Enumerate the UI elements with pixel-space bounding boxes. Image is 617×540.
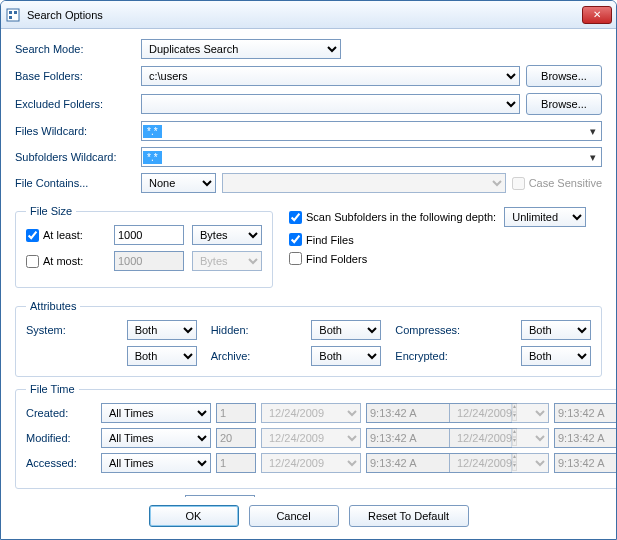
find-folders-wrap: Find Folders: [289, 252, 367, 265]
dialog-content: Search Mode: Duplicates Search Base Fold…: [1, 29, 616, 497]
titlebar-text: Search Options: [27, 9, 582, 21]
modified-mode-select[interactable]: All Times: [101, 428, 211, 448]
file-contains-mode-select[interactable]: None: [141, 173, 216, 193]
at-most-unit-select[interactable]: Bytes: [192, 251, 262, 271]
svg-rect-0: [7, 9, 19, 21]
dialog-footer: OK Cancel Reset To Default: [1, 497, 616, 539]
subfolders-wildcard-label: Subfolders Wildcard:: [15, 151, 135, 163]
attributes-legend: Attributes: [26, 300, 80, 312]
search-mode-select[interactable]: Duplicates Search: [141, 39, 341, 59]
find-files-wrap: Find Files: [289, 233, 354, 246]
compresses-select[interactable]: Both: [521, 320, 591, 340]
accessed-date1-select[interactable]: 12/24/2009: [261, 453, 361, 473]
files-wildcard-label: Files Wildcard:: [15, 125, 135, 137]
close-button[interactable]: ✕: [582, 6, 612, 24]
base-folders-select[interactable]: c:\users: [141, 66, 520, 86]
encrypted-label: Encrypted:: [395, 350, 507, 362]
at-least-label: At least:: [43, 229, 83, 241]
created-date2-select[interactable]: 12/24/2009: [449, 403, 549, 423]
case-sensitive-text: Case Sensitive: [529, 177, 602, 189]
app-icon: [5, 7, 21, 23]
search-mode-label: Search Mode:: [15, 43, 135, 55]
modified-label: Modified:: [26, 432, 96, 444]
ok-button[interactable]: OK: [149, 505, 239, 527]
wildcard-tag: *.*: [143, 151, 162, 164]
find-folders-label: Find Folders: [306, 253, 367, 265]
created-label: Created:: [26, 407, 96, 419]
search-options-dialog: Search Options ✕ Search Mode: Duplicates…: [0, 0, 617, 540]
subfolders-wildcard-input[interactable]: *.* ▾: [141, 147, 602, 167]
created-n-input[interactable]: [216, 403, 256, 423]
system-select[interactable]: Both: [127, 320, 197, 340]
file-size-legend: File Size: [26, 205, 76, 217]
modified-time2-input[interactable]: [554, 428, 616, 448]
scan-subfolders-wrap: Scan Subfolders in the following depth:: [289, 211, 496, 224]
at-least-wrap: At least:: [26, 229, 106, 242]
compresses-label: Compresses:: [395, 324, 507, 336]
at-most-label: At most:: [43, 255, 83, 267]
file-contains-label: File Contains...: [15, 177, 135, 189]
modified-date2-select[interactable]: 12/24/2009: [449, 428, 549, 448]
created-mode-select[interactable]: All Times: [101, 403, 211, 423]
at-least-input[interactable]: [114, 225, 184, 245]
case-sensitive-wrap: Case Sensitive: [512, 177, 602, 190]
find-folders-checkbox[interactable]: [289, 252, 302, 265]
find-files-checkbox[interactable]: [289, 233, 302, 246]
encrypted-select[interactable]: Both: [521, 346, 591, 366]
accessed-date2-select[interactable]: 12/24/2009: [449, 453, 549, 473]
svg-rect-2: [14, 11, 17, 14]
attributes-group: Attributes System: Both Hidden: Both Com…: [15, 300, 602, 377]
at-most-wrap: At most:: [26, 255, 106, 268]
file-contains-text-select[interactable]: [222, 173, 506, 193]
accessed-label: Accessed:: [26, 457, 96, 469]
modified-n-input[interactable]: [216, 428, 256, 448]
scan-subfolders-label: Scan Subfolders in the following depth:: [306, 211, 496, 223]
find-files-label: Find Files: [306, 234, 354, 246]
archive-label: Archive:: [211, 350, 298, 362]
browse-base-button[interactable]: Browse...: [526, 65, 602, 87]
at-least-unit-select[interactable]: Bytes: [192, 225, 262, 245]
wildcard-tag: *.*: [143, 125, 162, 138]
file-time-group: File Time Created: All Times 12/24/2009 …: [15, 383, 616, 489]
created-time2-input[interactable]: [554, 403, 616, 423]
close-icon: ✕: [593, 9, 601, 20]
titlebar: Search Options ✕: [1, 1, 616, 29]
hidden-select[interactable]: Both: [311, 320, 381, 340]
archive-select[interactable]: Both: [311, 346, 381, 366]
created-date1-select[interactable]: 12/24/2009: [261, 403, 361, 423]
excluded-folders-select[interactable]: [141, 94, 520, 114]
files-wildcard-input[interactable]: *.* ▾: [141, 121, 602, 141]
reset-button[interactable]: Reset To Default: [349, 505, 469, 527]
cancel-button[interactable]: Cancel: [249, 505, 339, 527]
hidden-label: Hidden:: [211, 324, 298, 336]
chevron-down-icon[interactable]: ▾: [585, 125, 601, 138]
scan-subfolders-checkbox[interactable]: [289, 211, 302, 224]
system-label: System:: [26, 324, 113, 336]
at-least-checkbox[interactable]: [26, 229, 39, 242]
depth-select[interactable]: Unlimited: [504, 207, 586, 227]
modified-date1-select[interactable]: 12/24/2009: [261, 428, 361, 448]
svg-rect-1: [9, 11, 12, 14]
extra-attr-select[interactable]: Both: [127, 346, 197, 366]
accessed-time2-input[interactable]: [554, 453, 616, 473]
base-folders-label: Base Folders:: [15, 70, 135, 82]
accessed-n-input[interactable]: [216, 453, 256, 473]
browse-excluded-button[interactable]: Browse...: [526, 93, 602, 115]
accessed-mode-select[interactable]: All Times: [101, 453, 211, 473]
at-most-checkbox[interactable]: [26, 255, 39, 268]
file-size-group: File Size At least: Bytes At most: By: [15, 205, 273, 288]
scan-options: Scan Subfolders in the following depth: …: [289, 199, 602, 294]
svg-rect-3: [9, 16, 12, 19]
file-time-legend: File Time: [26, 383, 79, 395]
case-sensitive-checkbox[interactable]: [512, 177, 525, 190]
chevron-down-icon[interactable]: ▾: [585, 151, 601, 164]
at-most-input[interactable]: [114, 251, 184, 271]
excluded-folders-label: Excluded Folders:: [15, 98, 135, 110]
